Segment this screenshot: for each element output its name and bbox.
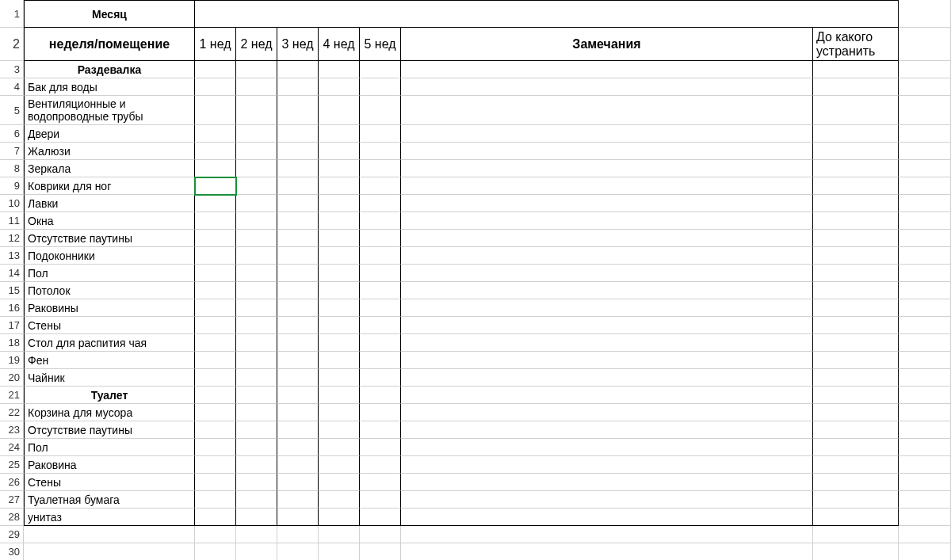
cell-week[interactable] <box>195 282 236 299</box>
cell-remarks[interactable] <box>401 212 813 230</box>
row-number[interactable]: 11 <box>0 212 24 230</box>
cell-remarks[interactable] <box>401 369 813 387</box>
cell-week[interactable] <box>195 195 236 212</box>
cell-week[interactable] <box>195 352 236 369</box>
cell-remarks[interactable] <box>401 387 813 404</box>
row-number[interactable]: 24 <box>0 439 24 456</box>
cell-fix-by[interactable] <box>813 78 899 96</box>
cell[interactable] <box>195 0 899 28</box>
cell-week[interactable] <box>360 352 401 369</box>
cell-remarks[interactable] <box>401 247 813 265</box>
cell-blank[interactable] <box>899 474 951 491</box>
cell-fix-by[interactable] <box>813 96 899 125</box>
cell-week[interactable] <box>277 96 319 125</box>
cell-week[interactable] <box>360 299 401 317</box>
row-label[interactable]: Потолок <box>24 282 195 299</box>
cell-blank[interactable] <box>899 96 951 125</box>
row-number[interactable]: 1 <box>0 0 24 28</box>
cell-week[interactable] <box>360 404 401 421</box>
cell[interactable] <box>319 526 360 543</box>
cell[interactable] <box>236 526 277 543</box>
row-label[interactable]: Туалет <box>24 387 195 404</box>
cell-remarks[interactable] <box>401 265 813 282</box>
cell-week[interactable] <box>360 387 401 404</box>
cell-week[interactable] <box>236 334 277 352</box>
row-number[interactable]: 19 <box>0 352 24 369</box>
cell-week[interactable] <box>236 387 277 404</box>
cell-week[interactable] <box>236 474 277 491</box>
cell-blank[interactable] <box>899 439 951 456</box>
row-label[interactable]: Раздевалка <box>24 61 195 78</box>
row-label[interactable]: Жалюзи <box>24 143 195 160</box>
cell-week[interactable] <box>277 334 319 352</box>
cell-blank[interactable] <box>899 509 951 526</box>
cell[interactable] <box>401 543 813 560</box>
cell-fix-by[interactable] <box>813 334 899 352</box>
cell-fix-by[interactable] <box>813 212 899 230</box>
cell-blank[interactable] <box>899 265 951 282</box>
cell-week[interactable] <box>236 282 277 299</box>
cell-week[interactable] <box>236 404 277 421</box>
cell-fix-by[interactable] <box>813 299 899 317</box>
cell-remarks[interactable] <box>401 143 813 160</box>
cell-week[interactable] <box>360 439 401 456</box>
cell-week[interactable] <box>319 491 360 509</box>
cell-blank[interactable] <box>899 334 951 352</box>
cell-week[interactable] <box>236 456 277 474</box>
row-number[interactable]: 26 <box>0 474 24 491</box>
cell-week[interactable] <box>195 456 236 474</box>
row-number[interactable]: 17 <box>0 317 24 334</box>
row-label[interactable]: Пол <box>24 265 195 282</box>
cell-week[interactable] <box>277 160 319 177</box>
cell-week[interactable] <box>236 491 277 509</box>
cell-week[interactable] <box>360 421 401 439</box>
row-number[interactable]: 14 <box>0 265 24 282</box>
cell-week[interactable] <box>277 474 319 491</box>
cell-week[interactable] <box>360 474 401 491</box>
cell-fix-by[interactable] <box>813 404 899 421</box>
cell-remarks[interactable] <box>401 509 813 526</box>
cell-blank[interactable] <box>899 125 951 143</box>
cell-week[interactable] <box>319 456 360 474</box>
cell-fix-by[interactable] <box>813 352 899 369</box>
cell-week[interactable] <box>277 247 319 265</box>
cell-remarks[interactable] <box>401 177 813 195</box>
cell-week[interactable] <box>236 439 277 456</box>
cell-week[interactable] <box>195 334 236 352</box>
row-label[interactable]: унитаз <box>24 509 195 526</box>
cell-week[interactable] <box>277 143 319 160</box>
row-number[interactable]: 3 <box>0 61 24 78</box>
header-week-2[interactable]: 2 нед <box>236 28 277 61</box>
cell-week[interactable] <box>319 299 360 317</box>
cell-week[interactable] <box>319 212 360 230</box>
row-label[interactable]: Раковины <box>24 299 195 317</box>
cell-week[interactable] <box>319 334 360 352</box>
cell-fix-by[interactable] <box>813 282 899 299</box>
cell-fix-by[interactable] <box>813 177 899 195</box>
cell-blank[interactable] <box>899 212 951 230</box>
cell[interactable] <box>319 543 360 560</box>
cell-week[interactable] <box>360 143 401 160</box>
cell[interactable] <box>24 543 195 560</box>
cell-blank[interactable] <box>899 160 951 177</box>
cell-remarks[interactable] <box>401 125 813 143</box>
header-week-room[interactable]: неделя/помещение <box>24 28 195 61</box>
cell-week[interactable] <box>277 230 319 247</box>
cell[interactable] <box>195 543 236 560</box>
cell-week[interactable] <box>195 230 236 247</box>
cell-fix-by[interactable] <box>813 143 899 160</box>
row-number[interactable]: 5 <box>0 96 24 125</box>
row-label[interactable]: Чайник <box>24 369 195 387</box>
cell-blank[interactable] <box>899 456 951 474</box>
cell-fix-by[interactable] <box>813 491 899 509</box>
cell-week[interactable] <box>360 334 401 352</box>
cell-remarks[interactable] <box>401 96 813 125</box>
row-number[interactable]: 18 <box>0 334 24 352</box>
cell-week[interactable] <box>195 160 236 177</box>
row-label[interactable]: Отсутствие паутины <box>24 230 195 247</box>
cell-week[interactable] <box>360 125 401 143</box>
row-label[interactable]: Окна <box>24 212 195 230</box>
cell-week[interactable] <box>277 387 319 404</box>
cell-week[interactable] <box>195 491 236 509</box>
cell-blank[interactable] <box>899 526 951 543</box>
